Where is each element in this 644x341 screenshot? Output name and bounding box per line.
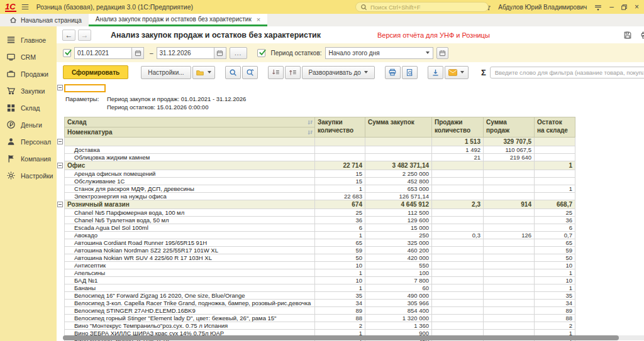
cell-value[interactable]: 65 (315, 239, 365, 247)
date-to-field[interactable] (157, 47, 214, 59)
restore-button[interactable] (621, 4, 628, 11)
table-row[interactable]: Обслуживание 1С15452 800 (65, 178, 575, 185)
cell-value[interactable] (535, 170, 575, 178)
cell-name[interactable]: Автошина Nokian Nordman SZ2 225/55R17 10… (65, 247, 315, 254)
cell-value[interactable]: 420 000 (365, 254, 432, 262)
cell-name[interactable]: Авокадо (65, 232, 315, 239)
tab-close-icon[interactable]: × (257, 16, 260, 23)
autosum-sigma-icon[interactable]: Σ (481, 68, 486, 77)
table-row[interactable]: Электроэнергия на нужды офиса22 683126 5… (65, 193, 575, 200)
expand-to-button[interactable]: Разворачивать до (302, 66, 375, 79)
rest-period-checkbox[interactable] (257, 49, 265, 57)
generate-button[interactable]: Сформировать (63, 65, 128, 79)
cell-name[interactable]: Велосипед 16" Forward Zigzag 16 2020, On… (65, 292, 315, 300)
main-menu-icon[interactable] (21, 3, 30, 11)
cell-value[interactable] (484, 315, 535, 322)
print-icon[interactable] (640, 31, 644, 40)
quick-filter-input[interactable] (490, 67, 644, 78)
cell-value[interactable]: 25 (535, 209, 575, 217)
cell-value[interactable] (484, 254, 535, 262)
cell-value[interactable]: 50 (315, 254, 365, 262)
table-row[interactable]: Велосипед STINGER 27AHD.ELEMD.16BK989854… (65, 307, 575, 315)
cell-value[interactable]: 89 (535, 307, 575, 315)
cell-value[interactable] (484, 269, 535, 277)
cell-name[interactable]: Chanel №5 Туалетная вода, 50 мл (65, 217, 315, 224)
cell-name[interactable]: Велосипед горный Stinger "Element lady D… (65, 315, 315, 322)
cell-value[interactable] (535, 138, 575, 146)
cell-value[interactable]: 36 (315, 217, 365, 224)
cell-name[interactable]: Антисептик (65, 262, 315, 269)
sidebar-item-money[interactable]: Деньги (0, 116, 57, 133)
cell-value[interactable] (432, 217, 484, 224)
minimize-button[interactable]: – (609, 3, 614, 11)
cell-value[interactable]: 126 (484, 232, 535, 239)
cell-name[interactable]: Облицовка жидким камнем (65, 154, 315, 161)
cell-value[interactable] (432, 254, 484, 262)
table-group-row[interactable]: Розничный магазин6744 645 9122,3914668,7 (65, 200, 575, 209)
cell-value[interactable]: 22 714 (315, 161, 365, 170)
collapse-group-toggle[interactable] (57, 202, 63, 207)
collapse-groups-button[interactable] (268, 66, 284, 79)
rest-period-calendar-icon[interactable] (436, 47, 448, 59)
cell-value[interactable] (432, 161, 484, 170)
cell-value[interactable]: 653 000 (365, 185, 432, 193)
cell-value[interactable]: 21 (432, 154, 484, 161)
cell-value[interactable]: 59 (535, 247, 575, 254)
sort-icon[interactable] (308, 129, 313, 138)
cell-value[interactable]: 10 (535, 277, 575, 284)
cell-name[interactable]: Розничный магазин (65, 200, 315, 209)
cell-value[interactable] (432, 300, 484, 307)
cell-value[interactable]: 35 (315, 292, 365, 300)
table-row[interactable]: Автошина Nokian WR SUV 4 225/60 R 17 103… (65, 254, 575, 262)
find-next-button[interactable] (242, 66, 258, 79)
cell-value[interactable]: 1 (535, 284, 575, 292)
cell-value[interactable] (315, 138, 365, 146)
cell-value[interactable]: 668,7 (535, 200, 575, 209)
cell-value[interactable] (432, 322, 484, 330)
cell-value[interactable]: 34 (535, 300, 575, 307)
print-toolbar-button[interactable] (385, 66, 401, 79)
table-group-row[interactable]: 1 513329 707,5 (65, 138, 575, 146)
cell-value[interactable] (484, 262, 535, 269)
tab-report[interactable]: Анализ закупок продаж и остатков без хар… (89, 14, 267, 26)
cell-value[interactable] (432, 269, 484, 277)
cell-value[interactable] (432, 307, 484, 315)
cell-value[interactable]: 60 (365, 284, 432, 292)
cell-value[interactable] (432, 262, 484, 269)
cell-value[interactable] (535, 146, 575, 154)
cell-value[interactable]: 219 640 (484, 154, 535, 161)
global-search-input[interactable] (370, 4, 471, 11)
cell-value[interactable]: 1 (315, 269, 365, 277)
header-sales-qty[interactable]: Продажи количество (432, 117, 484, 138)
sidebar-item-warehouse[interactable]: Склад (0, 99, 57, 116)
cell-value[interactable]: 2 250 000 (365, 170, 432, 178)
cell-value[interactable]: 1 360 (365, 322, 432, 330)
expand-groups-button[interactable] (285, 66, 301, 79)
table-row[interactable]: Бананы1601 (65, 284, 575, 292)
header-purchase-qty[interactable]: Закупки количество (315, 117, 365, 138)
table-row[interactable]: Облицовка жидким камнем21219 640 (65, 154, 575, 161)
cell-name[interactable]: Обслуживание 1С (65, 178, 315, 185)
cell-value[interactable]: 1 (315, 232, 365, 239)
header-nomenclature[interactable]: Номенклатура (65, 127, 315, 138)
cell-value[interactable]: 2,3 (432, 200, 484, 209)
cell-name[interactable]: Escada Agua Del Sol 100ml (65, 224, 315, 232)
cell-name[interactable]: Доставка (65, 146, 315, 154)
table-row[interactable]: Апельсины11001 (65, 269, 575, 277)
table-row[interactable]: Escada Agua Del Sol 100ml615 0006 (65, 224, 575, 232)
table-row[interactable]: Станок для раскроя МДФ, ДСП, древесины16… (65, 185, 575, 193)
cell-name[interactable]: Велосипед STINGER 27AHD.ELEMD.16BK9 (65, 307, 315, 315)
sidebar-item-staff[interactable]: Персонал (0, 133, 57, 150)
cell-value[interactable]: 1 (535, 269, 575, 277)
table-row[interactable]: Авокадо12500,31260,7 (65, 232, 575, 239)
cell-value[interactable] (432, 277, 484, 284)
collapse-group-toggle[interactable] (57, 139, 63, 144)
table-row[interactable]: Доставка1 492110 067,5 (65, 146, 575, 154)
table-row[interactable]: Chanel №5 Туалетная вода, 50 мл36129 600… (65, 217, 575, 224)
horizontal-scroll-thumb[interactable] (63, 335, 619, 340)
cell-value[interactable] (484, 300, 535, 307)
cell-value[interactable]: 100 (365, 269, 432, 277)
cell-value[interactable]: 0,7 (535, 232, 575, 239)
cell-value[interactable]: 15 (315, 178, 365, 185)
table-row[interactable]: Велосипед 3-кол. Capella Racer Trike Gra… (65, 300, 575, 307)
